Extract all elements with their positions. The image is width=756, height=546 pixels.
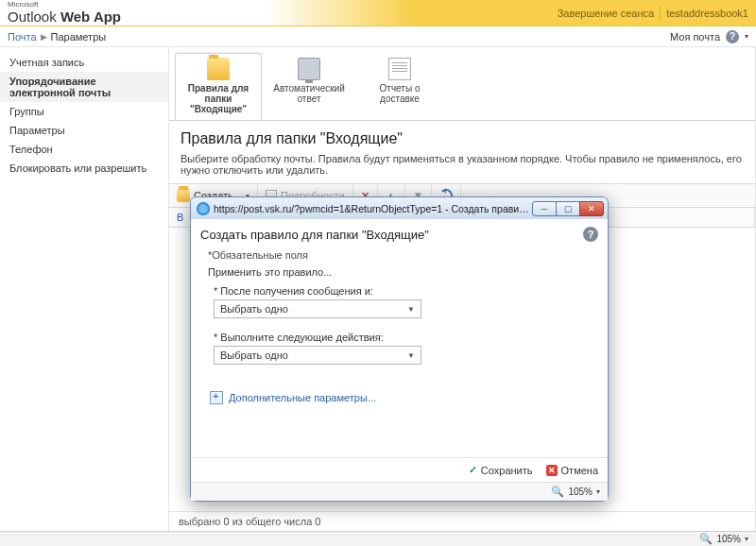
- tabs: Правила для папки "Входящие" Автоматичес…: [169, 47, 755, 121]
- breadcrumb-root[interactable]: Почта: [8, 31, 37, 43]
- tab-label: Автоматический ответ: [273, 83, 345, 104]
- select-value: Выбрать одно: [220, 350, 288, 361]
- more-options-label: Дополнительные параметры...: [229, 392, 376, 403]
- minimize-button[interactable]: ─: [532, 201, 557, 216]
- tab-label: Отчеты о доставке: [380, 83, 421, 104]
- action-select[interactable]: Выбрать одно: [214, 346, 421, 365]
- page-description: Выберите обработку почты. Правила будут …: [169, 153, 755, 183]
- dialog-statusbar: 🔍 105% ▾: [191, 482, 608, 501]
- select-value: Выбрать одно: [220, 303, 288, 315]
- check-icon: ✓: [469, 464, 477, 476]
- dialog-zoom-level: 105%: [568, 486, 593, 497]
- selection-count: выбрано 0 из общего числа 0: [179, 516, 320, 527]
- zoom-level: 105%: [716, 534, 741, 544]
- ie-favicon: [197, 202, 210, 215]
- chevron-down-icon[interactable]: ▾: [596, 487, 600, 496]
- user-name[interactable]: testaddressbook1: [666, 8, 748, 19]
- dialog-actions: ✓ Сохранить ✕ Отмена: [191, 457, 608, 482]
- browser-statusbar: 🔍 105% ▾: [0, 531, 756, 546]
- magnifier-icon: 🔍: [551, 486, 564, 498]
- dialog-titlebar[interactable]: https://post.vsk.ru/?pwmcid=1&ReturnObje…: [190, 196, 609, 219]
- separator: [660, 6, 661, 21]
- dialog-title: Создать правило для папки "Входящие": [200, 228, 429, 242]
- brand: Microsoft Outlook Web App: [8, 1, 121, 25]
- condition-label: * После получения сообщения и:: [214, 285, 591, 297]
- save-label: Сохранить: [481, 465, 533, 476]
- help-icon[interactable]: ?: [726, 30, 739, 43]
- sidebar: Учетная запись Упорядочивание электронно…: [0, 47, 168, 531]
- brand-product: Outlook Web App: [8, 9, 121, 25]
- page-title: Правила для папки "Входящие": [169, 121, 755, 153]
- folder-icon: [177, 189, 190, 202]
- create-rule-dialog: https://post.vsk.ru/?pwmcid=1&ReturnObje…: [190, 196, 609, 502]
- maximize-button[interactable]: ▢: [556, 201, 580, 216]
- document-icon: [388, 58, 411, 80]
- topbar-right: Завершение сеанса testaddressbook1: [558, 6, 748, 21]
- chevron-down-icon[interactable]: ▾: [745, 535, 748, 543]
- monitor-icon: [298, 58, 320, 80]
- selection-footer: выбрано 0 из общего числа 0: [169, 511, 755, 531]
- magnifier-icon: 🔍: [699, 533, 713, 545]
- apply-rule-label: Применить это правило...: [208, 266, 591, 278]
- tab-inbox-rules[interactable]: Правила для папки "Входящие": [175, 53, 262, 121]
- sidebar-item-groups[interactable]: Группы: [0, 102, 168, 121]
- action-label: * Выполните следующие действия:: [214, 332, 591, 343]
- window-buttons: ─ ▢ ✕: [533, 201, 604, 216]
- dialog-body: Создать правило для папки "Входящие" ? *…: [190, 219, 609, 502]
- signout-link[interactable]: Завершение сеанса: [558, 8, 654, 19]
- cancel-label: Отмена: [561, 465, 598, 476]
- tab-label: Правила для папки "Входящие": [188, 83, 249, 114]
- chevron-right-icon: ▶: [41, 32, 47, 42]
- brand-vendor: Microsoft: [8, 1, 121, 9]
- more-options-link[interactable]: Дополнительные параметры...: [210, 391, 591, 404]
- folder-icon: [207, 58, 230, 80]
- top-brand-bar: Microsoft Outlook Web App Завершение сеа…: [0, 0, 756, 26]
- help-icon[interactable]: ?: [583, 227, 598, 242]
- cancel-button[interactable]: ✕ Отмена: [546, 464, 598, 476]
- options-icon: [210, 391, 223, 404]
- required-note: *Обязательные поля: [208, 249, 591, 261]
- dialog-header: Создать правило для папки "Входящие" ?: [191, 219, 608, 249]
- tab-auto-reply[interactable]: Автоматический ответ: [266, 53, 352, 121]
- save-button[interactable]: ✓ Сохранить: [469, 464, 533, 476]
- sidebar-item-organize-mail[interactable]: Упорядочивание электронной почты: [0, 72, 168, 102]
- dialog-spacer: [191, 414, 608, 457]
- dialog-content: *Обязательные поля Применить это правило…: [191, 249, 608, 414]
- x-icon: ✕: [546, 465, 558, 476]
- breadcrumb-current: Параметры: [51, 31, 107, 43]
- breadcrumb-bar: Почта ▶ Параметры Моя почта ? ▾: [0, 26, 756, 47]
- sidebar-item-block-allow[interactable]: Блокировать или разрешить: [0, 159, 168, 178]
- sidebar-item-account[interactable]: Учетная запись: [0, 53, 168, 72]
- my-mail-link[interactable]: Моя почта: [670, 31, 720, 43]
- sidebar-item-settings[interactable]: Параметры: [0, 121, 168, 140]
- sidebar-item-phone[interactable]: Телефон: [0, 140, 168, 159]
- chevron-down-icon[interactable]: ▾: [745, 32, 748, 41]
- dialog-chrome-title: https://post.vsk.ru/?pwmcid=1&ReturnObje…: [214, 203, 533, 214]
- condition-select[interactable]: Выбрать одно: [214, 299, 421, 318]
- close-button[interactable]: ✕: [579, 201, 604, 216]
- tab-delivery-reports[interactable]: Отчеты о доставке: [356, 53, 443, 121]
